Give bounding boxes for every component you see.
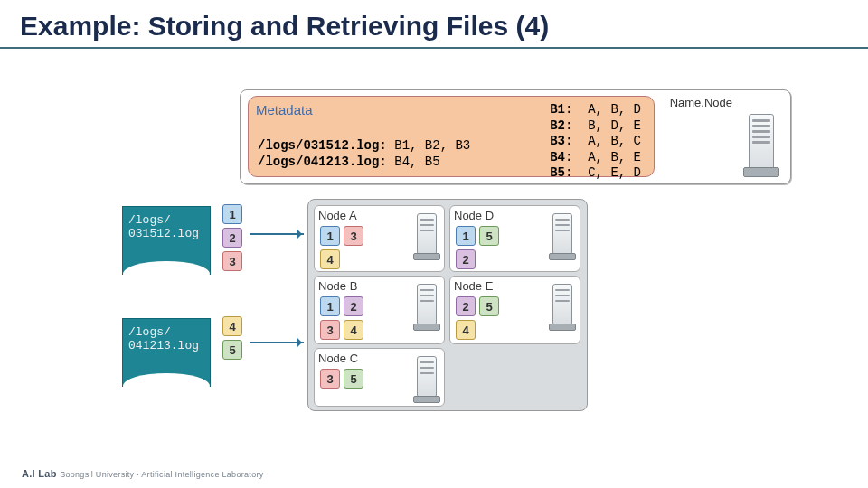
datanode-e: Node E 2 5 4 xyxy=(449,276,580,344)
datanode-a: Node A 1 3 4 xyxy=(314,205,445,272)
block-chip: 3 xyxy=(320,320,340,340)
namenode-box: Metadata /logs/031512.log: B1, B2, B3 /l… xyxy=(240,89,791,184)
block-chip-3: 3 xyxy=(222,251,242,271)
block-chip: 1 xyxy=(456,226,476,246)
block-chip: 2 xyxy=(456,296,476,316)
block-chip: 3 xyxy=(320,369,340,389)
server-icon xyxy=(549,284,576,331)
block-chip: 2 xyxy=(456,249,476,269)
block-chip: 2 xyxy=(344,296,363,316)
footer: A.I Lab Soongsil University · Artificial… xyxy=(22,468,264,479)
block-chip: 3 xyxy=(344,226,363,246)
block-chip-5: 5 xyxy=(222,340,242,360)
server-icon xyxy=(413,213,440,260)
block-chip: 1 xyxy=(320,226,340,246)
server-icon xyxy=(413,356,440,403)
block-chip-2: 2 xyxy=(222,228,242,248)
block-chip-4: 4 xyxy=(222,316,242,336)
datanode-c: Node C 3 5 xyxy=(314,348,445,407)
title-underline xyxy=(0,47,868,49)
metadata-block-map: B1: A, B, D B2: B, D, E B3: A, B, C B4: … xyxy=(550,102,641,182)
namenode-server-icon xyxy=(743,114,779,177)
namenode-label: Name.Node xyxy=(670,96,732,109)
datanode-cluster: Node A 1 3 4 Node B 1 2 3 4 Node C 3 5 N… xyxy=(307,199,588,411)
block-chip: 5 xyxy=(479,226,499,246)
block-chip: 5 xyxy=(344,369,363,389)
metadata-file-list: /logs/031512.log: B1, B2, B3 /logs/04121… xyxy=(258,138,470,170)
block-chip: 4 xyxy=(344,320,363,340)
input-file-1: /logs/031512.log xyxy=(122,206,211,275)
server-icon xyxy=(413,284,440,331)
input-file-2: /logs/041213.log xyxy=(122,318,211,387)
block-chip-1: 1 xyxy=(222,204,242,224)
block-chip: 1 xyxy=(320,296,340,316)
block-chip: 5 xyxy=(479,296,499,316)
metadata-panel: Metadata /logs/031512.log: B1, B2, B3 /l… xyxy=(248,96,655,177)
datanode-d: Node D 1 5 2 xyxy=(449,205,580,272)
arrow-icon xyxy=(250,342,304,343)
page-title: Example: Storing and Retrieving Files (4… xyxy=(0,0,868,47)
datanode-b: Node B 1 2 3 4 xyxy=(314,276,445,344)
server-icon xyxy=(549,213,576,260)
block-chip: 4 xyxy=(320,249,340,269)
block-chip: 4 xyxy=(456,320,476,340)
arrow-icon xyxy=(250,233,304,235)
